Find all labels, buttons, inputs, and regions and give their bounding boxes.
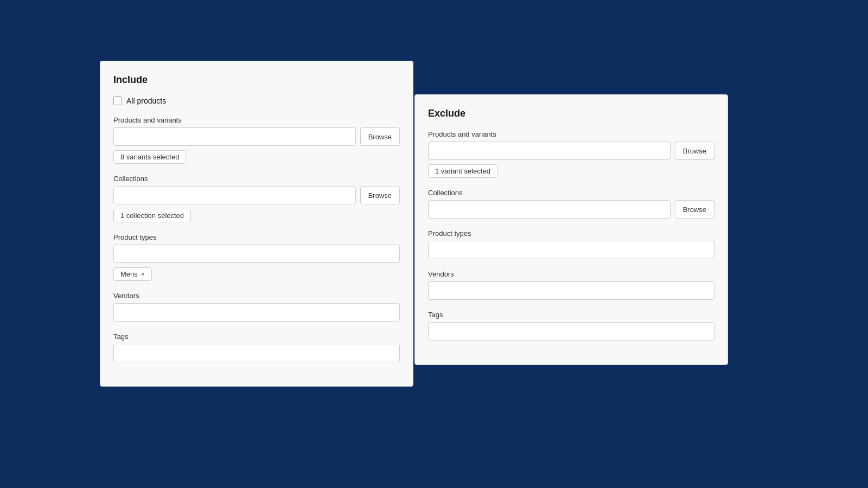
- exclude-tags-section: Tags: [428, 311, 714, 341]
- exclude-collections-label: Collections: [428, 189, 714, 197]
- all-products-label: All products: [126, 97, 166, 105]
- include-collections-badge[interactable]: 1 collection selected: [113, 209, 191, 222]
- include-vendors-label: Vendors: [113, 292, 400, 300]
- all-products-checkbox[interactable]: [113, 97, 122, 105]
- include-products-section: Products and variants Browse 8 variants …: [113, 116, 400, 164]
- include-product-types-label: Product types: [113, 233, 400, 241]
- include-tags-input[interactable]: [113, 344, 400, 362]
- exclude-vendors-input[interactable]: [428, 281, 714, 300]
- include-panel-title: Include: [113, 74, 400, 86]
- all-products-row: All products: [113, 97, 400, 105]
- include-product-types-input[interactable]: [113, 245, 400, 263]
- exclude-vendors-label: Vendors: [428, 270, 714, 278]
- exclude-products-label: Products and variants: [428, 130, 714, 138]
- exclude-tags-input[interactable]: [428, 322, 714, 341]
- include-tags-section: Tags: [113, 332, 400, 362]
- include-mens-badge[interactable]: Mens ×: [113, 267, 152, 281]
- include-vendors-section: Vendors: [113, 292, 400, 322]
- include-products-input-row: Browse: [113, 127, 400, 146]
- include-collections-input-row: Browse: [113, 186, 400, 204]
- exclude-variants-badge[interactable]: 1 variant selected: [428, 164, 497, 178]
- exclude-products-input-row: Browse: [428, 142, 714, 160]
- include-tags-label: Tags: [113, 332, 400, 341]
- exclude-products-section: Products and variants Browse 1 variant s…: [428, 130, 714, 178]
- exclude-vendors-section: Vendors: [428, 270, 714, 300]
- include-products-input[interactable]: [113, 127, 356, 146]
- include-mens-remove-icon[interactable]: ×: [141, 271, 145, 278]
- exclude-products-browse-button[interactable]: Browse: [675, 142, 714, 160]
- exclude-product-types-label: Product types: [428, 229, 714, 237]
- include-variants-badge[interactable]: 8 variants selected: [113, 150, 186, 164]
- include-collections-input[interactable]: [113, 186, 356, 204]
- include-products-label: Products and variants: [113, 116, 400, 124]
- exclude-collections-section: Collections Browse: [428, 189, 714, 219]
- exclude-product-types-section: Product types: [428, 229, 714, 259]
- include-products-browse-button[interactable]: Browse: [360, 127, 400, 146]
- exclude-collections-browse-button[interactable]: Browse: [675, 200, 714, 219]
- include-panel: Include All products Products and varian…: [100, 61, 413, 387]
- include-product-types-section: Product types Mens ×: [113, 233, 400, 281]
- exclude-collections-input-row: Browse: [428, 200, 714, 219]
- include-collections-browse-button[interactable]: Browse: [360, 186, 400, 204]
- exclude-products-input[interactable]: [428, 142, 671, 160]
- exclude-product-types-input[interactable]: [428, 241, 714, 259]
- exclude-collections-input[interactable]: [428, 200, 671, 219]
- include-collections-label: Collections: [113, 175, 400, 183]
- exclude-panel-title: Exclude: [428, 108, 714, 119]
- exclude-panel: Exclude Products and variants Browse 1 v…: [414, 94, 728, 365]
- include-collections-section: Collections Browse 1 collection selected: [113, 175, 400, 222]
- exclude-tags-label: Tags: [428, 311, 714, 319]
- include-vendors-input[interactable]: [113, 303, 400, 322]
